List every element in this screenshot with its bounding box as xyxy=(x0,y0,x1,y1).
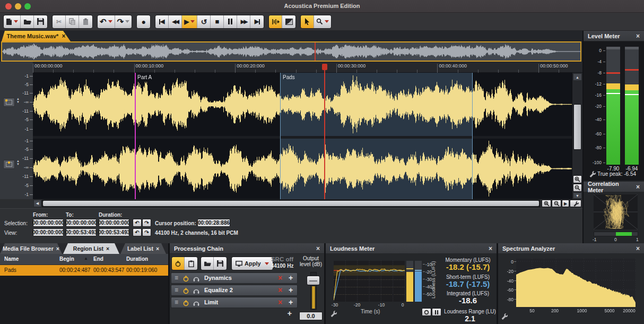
col-end[interactable]: End xyxy=(93,256,103,262)
vertical-zoom-out-button[interactable] xyxy=(573,184,582,192)
headphones-icon[interactable] xyxy=(193,287,200,296)
drag-handle-icon[interactable]: ≡ xyxy=(175,274,178,282)
playhead-line[interactable] xyxy=(324,73,325,199)
chain-save-button[interactable] xyxy=(214,257,227,270)
save-button[interactable] xyxy=(34,15,47,28)
close-icon[interactable]: × xyxy=(156,245,159,252)
waveform-editor[interactable]: Part A Pads xyxy=(33,73,572,199)
scroll-up-button[interactable]: ▲ xyxy=(573,73,582,81)
region-row-pads[interactable]: Pads 00:00:24:487 00:00:43:547 00:00:19:… xyxy=(0,265,168,276)
output-level-value[interactable]: 0.0 xyxy=(299,312,323,320)
overview-waveform[interactable] xyxy=(2,42,580,61)
scroll-right-button[interactable]: ▶ xyxy=(562,200,569,207)
col-name[interactable]: Name xyxy=(4,256,19,262)
col-begin[interactable]: Begin xyxy=(59,256,74,262)
new-file-button[interactable] xyxy=(4,15,21,28)
scroll-down-button[interactable]: ▼ xyxy=(573,192,582,199)
timeline-zoom-in-button[interactable] xyxy=(542,200,551,207)
undo-button[interactable]: ↶ xyxy=(98,15,115,28)
record-button[interactable]: ● xyxy=(137,15,150,28)
insert-effect-button[interactable]: + xyxy=(289,274,293,282)
loop-button[interactable]: ↺ xyxy=(197,15,211,28)
chain-item-row[interactable]: ≡Limit×+ xyxy=(171,297,298,308)
fast-forward-button[interactable]: ▶▶ xyxy=(237,15,250,28)
region-list-empty-area[interactable] xyxy=(0,276,168,324)
close-icon[interactable]: × xyxy=(316,245,320,252)
close-icon[interactable]: × xyxy=(636,183,640,191)
horizontal-scroll-track[interactable] xyxy=(42,200,540,207)
channel1-size-spinner[interactable]: ▲▼ xyxy=(16,97,20,104)
chain-clipboard-button[interactable] xyxy=(185,257,197,270)
vertical-scroll-thumb[interactable] xyxy=(573,104,581,150)
chain-item-row[interactable]: ≡Dynamics×+ xyxy=(171,272,298,284)
go-to-start-button[interactable]: ◀ xyxy=(155,15,169,28)
channel1-select-button[interactable] xyxy=(3,98,15,107)
selection-redo-button[interactable]: ↷ xyxy=(142,219,151,227)
headphones-icon[interactable] xyxy=(193,275,200,284)
remove-effect-button[interactable]: × xyxy=(278,298,282,306)
cursor-position-field[interactable]: 00:00:28:886 xyxy=(197,219,230,227)
effect-power-icon[interactable] xyxy=(182,287,189,296)
chain-item-row[interactable]: ≡Equalize 2×+ xyxy=(171,285,298,296)
chain-power-button[interactable] xyxy=(172,257,185,270)
close-icon[interactable]: × xyxy=(636,245,640,252)
selection-duration-field[interactable]: 00:00:00:000 xyxy=(99,219,129,227)
close-icon[interactable]: × xyxy=(62,32,65,40)
view-undo-button[interactable]: ↶ xyxy=(133,228,142,236)
insert-effect-button[interactable]: + xyxy=(289,298,293,306)
redo-button[interactable]: ↷ xyxy=(115,15,132,28)
view-from-field[interactable]: 00:00:00:000 xyxy=(33,228,64,236)
loudness-settings-button[interactable] xyxy=(330,310,337,319)
close-icon[interactable]: × xyxy=(489,245,492,252)
apply-button[interactable]: Apply xyxy=(232,257,273,270)
close-icon[interactable]: × xyxy=(106,245,109,252)
level-meter-settings-button[interactable] xyxy=(589,170,596,180)
document-tab[interactable]: Theme Music.wav* × xyxy=(2,31,71,41)
channel2-select-button[interactable] xyxy=(3,160,15,169)
selection-from-field[interactable]: 00:00:00:000 xyxy=(33,219,64,227)
scrub-tool-button[interactable] xyxy=(269,15,282,28)
headphones-icon[interactable] xyxy=(193,299,200,309)
cut-button[interactable]: ✂ xyxy=(53,15,66,28)
marker-line-part-a[interactable] xyxy=(135,73,136,199)
tab-media-file-browser[interactable]: Media File Browser× xyxy=(0,243,62,254)
view-settings-button[interactable] xyxy=(570,200,581,207)
tab-label-list[interactable]: Label List× xyxy=(120,243,166,254)
selection-to-field[interactable]: 00:00:00:000 xyxy=(66,219,97,227)
selection-undo-button[interactable]: ↶ xyxy=(133,219,142,227)
pause-button[interactable] xyxy=(224,15,237,28)
view-redo-button[interactable]: ↷ xyxy=(142,228,151,236)
select-tool-button[interactable] xyxy=(301,15,314,28)
go-to-end-button[interactable]: ▶ xyxy=(250,15,264,28)
rewind-button[interactable]: ◀◀ xyxy=(169,15,182,28)
horizontal-scroll-thumb[interactable] xyxy=(43,201,539,206)
stop-button[interactable]: ■ xyxy=(211,15,224,28)
spectrum-settings-button[interactable] xyxy=(501,312,508,322)
paste-button[interactable] xyxy=(79,15,92,28)
channel2-size-spinner[interactable]: ▲▼ xyxy=(16,159,20,166)
open-file-button[interactable] xyxy=(21,15,34,28)
output-slider-handle[interactable] xyxy=(307,276,320,285)
play-button[interactable]: ▶ xyxy=(182,15,197,28)
view-duration-field[interactable]: 00:00:53:493 xyxy=(99,228,129,236)
effect-power-icon[interactable] xyxy=(182,299,189,309)
vertical-zoom-in-button[interactable] xyxy=(573,175,582,183)
drag-handle-icon[interactable]: ≡ xyxy=(175,299,178,306)
waveform-channel-right[interactable] xyxy=(33,139,572,199)
tab-region-list[interactable]: Region List× xyxy=(63,243,119,254)
view-to-field[interactable]: 00:00:53:493 xyxy=(66,228,97,236)
remove-effect-button[interactable]: × xyxy=(278,274,282,282)
close-icon[interactable]: × xyxy=(636,32,640,40)
loudness-pause-button[interactable] xyxy=(432,308,441,316)
effect-power-icon[interactable] xyxy=(182,275,189,284)
insert-effect-button[interactable]: + xyxy=(289,286,293,294)
region-end-edge[interactable] xyxy=(472,73,473,199)
timeline-zoom-out-button[interactable] xyxy=(552,200,561,207)
playhead-flag[interactable] xyxy=(322,64,327,70)
scroll-left-button[interactable]: ◀ xyxy=(33,200,41,207)
waveform-channel-left[interactable] xyxy=(33,73,572,136)
col-duration[interactable]: Duration xyxy=(126,256,148,262)
drag-handle-icon[interactable]: ≡ xyxy=(175,286,178,294)
region-start-edge[interactable] xyxy=(280,73,281,199)
fade-tool-button[interactable] xyxy=(282,15,295,28)
